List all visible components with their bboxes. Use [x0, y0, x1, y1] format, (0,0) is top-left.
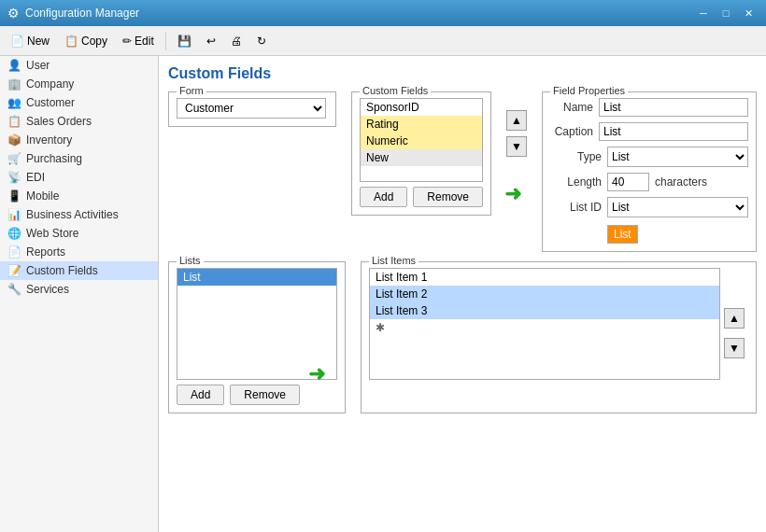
list-item[interactable]: List Item 1: [370, 269, 719, 286]
bottom-section: Lists List Add Remove List Items List It…: [168, 261, 757, 413]
list-item[interactable]: List: [177, 269, 336, 286]
list-id-select[interactable]: List: [607, 197, 748, 217]
list-items-inner: List Item 1 List Item 2 List Item 3 ✱ ▲ …: [369, 268, 748, 380]
list-item-move-up-button[interactable]: ▲: [724, 308, 745, 329]
copy-button[interactable]: 📋 Copy: [58, 31, 114, 51]
type-select[interactable]: List Text Number Date Checkbox: [607, 147, 748, 167]
content-area: Custom Fields Form Customer Vendor Item …: [159, 56, 766, 532]
back-button[interactable]: ↩: [200, 31, 222, 51]
field-properties-section: Field Properties Name Caption Type List …: [542, 91, 757, 252]
sidebar-item-label: Company: [26, 77, 74, 91]
custom-fields-listbox[interactable]: SponsorID Rating Numeric New: [360, 98, 483, 182]
list-item[interactable]: Rating: [361, 116, 482, 133]
sidebar-item-sales-orders[interactable]: 📋 Sales Orders: [0, 112, 158, 131]
title-bar: ⚙ Configuration Manager ─ □ ✕: [0, 0, 766, 26]
sidebar-item-services[interactable]: 🔧 Services: [0, 280, 158, 299]
custom-fields-add-button[interactable]: Add: [360, 187, 407, 207]
sidebar-item-customer[interactable]: 👥 Customer: [0, 93, 158, 112]
save-button[interactable]: 💾: [171, 31, 198, 51]
sidebar-item-inventory[interactable]: 📦 Inventory: [0, 131, 158, 149]
list-item[interactable]: List Item 3: [370, 302, 719, 319]
back-icon: ↩: [206, 35, 216, 48]
caption-input[interactable]: [599, 122, 748, 141]
services-icon: 🔧: [7, 283, 21, 296]
sidebar-item-user[interactable]: 👤 User: [0, 56, 158, 75]
move-up-button[interactable]: ▲: [506, 110, 527, 131]
custom-fields-label: Custom Fields: [360, 85, 431, 96]
top-form-row: Form Customer Vendor Item Sales Order Cu…: [168, 91, 757, 252]
lists-add-button[interactable]: Add: [177, 385, 224, 405]
window-title: Configuration Manager: [25, 7, 693, 20]
name-row: Name: [550, 98, 748, 117]
refresh-button[interactable]: ↻: [250, 31, 273, 51]
name-input[interactable]: [599, 98, 748, 117]
custom-fields-icon: 📝: [7, 264, 21, 277]
length-row: Length characters: [550, 173, 748, 191]
sidebar-item-business-activities[interactable]: 📊 Business Activities: [0, 205, 158, 224]
window-controls: ─ □ ✕: [693, 5, 759, 21]
sidebar-item-label: Sales Orders: [26, 115, 92, 128]
list-item-move-down-button[interactable]: ▼: [724, 338, 745, 358]
edi-icon: 📡: [7, 171, 21, 184]
list-id-row: List ID List: [550, 197, 748, 217]
edit-label: Edit: [135, 35, 154, 48]
list-item-new-row[interactable]: ✱: [370, 319, 719, 336]
save-icon: 💾: [177, 35, 192, 48]
user-icon: 👤: [7, 59, 21, 72]
print-button[interactable]: 🖨: [224, 31, 248, 51]
length-input[interactable]: [607, 173, 649, 191]
name-label: Name: [550, 101, 593, 114]
move-down-button[interactable]: ▼: [506, 136, 527, 157]
close-button[interactable]: ✕: [738, 5, 759, 21]
caption-label: Caption: [550, 125, 593, 138]
lists-remove-button[interactable]: Remove: [230, 385, 300, 405]
list-id-label: List ID: [550, 201, 602, 214]
toolbar: 📄 New 📋 Copy ✏ Edit 💾 ↩ 🖨 ↻: [0, 26, 766, 56]
minimize-button[interactable]: ─: [693, 5, 714, 21]
sidebar: 👤 User 🏢 Company 👥 Customer 📋 Sales Orde…: [0, 56, 159, 532]
type-row: Type List Text Number Date Checkbox: [550, 147, 748, 167]
list-id-selected-value[interactable]: List: [607, 225, 638, 244]
list-item[interactable]: List Item 2: [370, 286, 719, 302]
sidebar-item-label: User: [26, 59, 50, 72]
lists-section: Lists List Add Remove: [168, 261, 346, 413]
separator-1: [165, 32, 166, 50]
sidebar-item-custom-fields[interactable]: 📝 Custom Fields: [0, 261, 158, 280]
sidebar-item-company[interactable]: 🏢 Company: [0, 75, 158, 93]
caption-row: Caption: [550, 122, 748, 141]
main-layout: 👤 User 🏢 Company 👥 Customer 📋 Sales Orde…: [0, 56, 766, 532]
sidebar-item-label: Services: [26, 283, 69, 296]
reorder-arrows: ▲ ▼: [506, 91, 527, 157]
sidebar-item-mobile[interactable]: 📱 Mobile: [0, 187, 158, 205]
sidebar-item-label: Custom Fields: [26, 264, 98, 277]
list-item[interactable]: New: [361, 149, 482, 166]
list-items-arrows: ▲ ▼: [720, 268, 748, 380]
bottom-area: ➜ Lists List Add Remove List Items: [168, 261, 757, 413]
edit-button[interactable]: ✏ Edit: [116, 31, 161, 51]
form-select[interactable]: Customer Vendor Item Sales Order: [177, 98, 326, 119]
restore-button[interactable]: □: [716, 5, 736, 21]
new-button[interactable]: 📄 New: [4, 31, 56, 51]
inventory-icon: 📦: [7, 133, 21, 147]
company-icon: 🏢: [7, 77, 21, 91]
list-item[interactable]: Numeric: [361, 133, 482, 149]
new-icon: 📄: [10, 35, 24, 48]
custom-fields-remove-button[interactable]: Remove: [413, 187, 483, 207]
field-properties-label: Field Properties: [550, 85, 628, 96]
list-items-listbox[interactable]: List Item 1 List Item 2 List Item 3 ✱: [369, 268, 720, 380]
sidebar-item-label: EDI: [26, 171, 45, 184]
page-title: Custom Fields: [168, 65, 757, 82]
copy-icon: 📋: [64, 35, 78, 48]
type-label: Type: [550, 150, 602, 163]
sidebar-item-purchasing[interactable]: 🛒 Purchasing: [0, 149, 158, 168]
sidebar-item-web-store[interactable]: 🌐 Web Store: [0, 224, 158, 243]
app-icon: ⚙: [7, 6, 20, 21]
list-item[interactable]: SponsorID: [361, 99, 482, 116]
form-section: Form Customer Vendor Item Sales Order: [168, 91, 336, 127]
customer-icon: 👥: [7, 96, 21, 109]
sidebar-item-edi[interactable]: 📡 EDI: [0, 168, 158, 187]
new-label: New: [27, 35, 50, 48]
list-items-section: List Items List Item 1 List Item 2 List …: [361, 261, 757, 413]
sales-orders-icon: 📋: [7, 115, 21, 128]
sidebar-item-reports[interactable]: 📄 Reports: [0, 243, 158, 261]
